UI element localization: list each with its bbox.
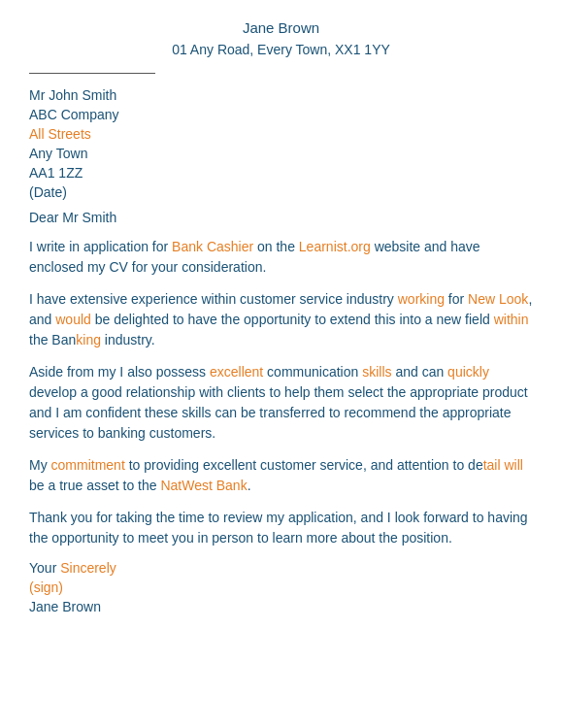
commitment-highlight: commitment [51, 457, 125, 473]
salutation: Dear Mr Smith [29, 210, 533, 225]
recipient-postcode: AA1 1ZZ [29, 165, 533, 181]
would-highlight: would [55, 312, 91, 327]
excellent-highlight: excellent [210, 364, 263, 380]
working-highlight: working [398, 291, 445, 307]
website-highlight: Learnist.org [299, 239, 371, 254]
sign: (sign) [29, 579, 533, 595]
sender-name-footer: Jane Brown [29, 599, 533, 614]
recipient-town: Any Town [29, 146, 533, 161]
company-highlight: New Look [468, 291, 528, 307]
within-highlight: within [494, 312, 529, 327]
recipient-name: Mr John Smith [29, 87, 533, 103]
recipient-block: Mr John Smith ABC Company All Streets An… [29, 87, 533, 181]
paragraph-4: My commitment to providing excellent cus… [29, 455, 533, 496]
recipient-street: All Streets [29, 126, 533, 142]
will-highlight: will [504, 457, 522, 473]
paragraph-5: Thank you for taking the time to review … [29, 508, 533, 548]
date: (Date) [29, 184, 533, 200]
paragraph-3: Aside from my I also possess excellent c… [29, 362, 533, 444]
paragraph-1: I write in application for Bank Cashier … [29, 237, 533, 278]
job-title-highlight: Bank Cashier [172, 239, 253, 254]
tail-highlight: tail [483, 457, 501, 473]
recipient-company: ABC Company [29, 107, 533, 122]
sender-address-header: 01 Any Road, Every Town, XX1 1YY [29, 42, 533, 57]
sign-text: (sign) [29, 579, 63, 595]
sincerely-highlight: Sincerely [60, 560, 116, 576]
paragraph-2: I have extensive experience within custo… [29, 289, 533, 350]
sender-name-header: Jane Brown [29, 19, 533, 36]
quickly-highlight: quickly [447, 364, 489, 380]
skills-highlight: skills [362, 364, 391, 380]
bank-highlight: NatWest Bank [160, 478, 247, 493]
horizontal-divider [29, 73, 155, 74]
closing: Your Sincerely [29, 560, 533, 576]
king-highlight: king [76, 332, 101, 347]
recipient-street-text: All Streets [29, 126, 91, 142]
